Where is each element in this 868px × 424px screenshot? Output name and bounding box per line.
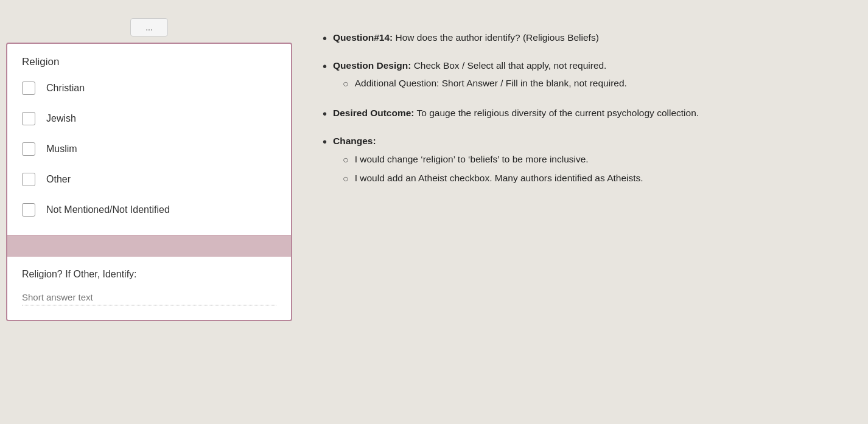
sub-bullet-3-1: ○ xyxy=(343,172,349,186)
sub-list-text-3-1: I would add an Atheist checkbox. Many au… xyxy=(355,171,643,185)
checkbox-item-christian[interactable]: Christian xyxy=(22,82,276,95)
bullet-dot-0: • xyxy=(323,29,327,47)
checkbox-item-not-mentioned[interactable]: Not Mentioned/Not Identified xyxy=(22,203,276,217)
sub-list-text-1-0: Additional Question: Short Answer / Fill… xyxy=(355,76,627,90)
sub-list-1: ○ Additional Question: Short Answer / Fi… xyxy=(333,76,844,91)
bullet-dot-2: • xyxy=(323,105,327,123)
top-button[interactable]: ... xyxy=(130,18,168,36)
list-item-content-3: Changes: ○ I would change ‘religion’ to … xyxy=(333,134,844,189)
checkbox-label-christian: Christian xyxy=(46,83,85,94)
list-item-content-0: Question#14: How does the author identif… xyxy=(333,30,844,44)
sub-list-item-3-1: ○ I would add an Atheist checkbox. Many … xyxy=(343,171,844,186)
section-title: Religion xyxy=(22,56,276,68)
sub-list-item-3-0: ○ I would change ‘religion’ to ‘beliefs’… xyxy=(343,152,844,167)
sub-list-item-1-0: ○ Additional Question: Short Answer / Fi… xyxy=(343,76,844,91)
checkbox-christian[interactable] xyxy=(22,82,35,95)
divider-section xyxy=(7,235,291,257)
list-item-text-2: To gauge the religious diversity of the … xyxy=(415,108,699,118)
bullet-dot-1: • xyxy=(323,57,327,75)
sub-list-3: ○ I would change ‘religion’ to ‘beliefs’… xyxy=(333,152,844,186)
checkbox-muslim[interactable] xyxy=(22,142,35,156)
checkbox-section: Religion Christian Jewish Muslim Other xyxy=(7,44,291,235)
list-item-3: • Changes: ○ I would change ‘religion’ t… xyxy=(323,134,844,189)
checkbox-label-jewish: Jewish xyxy=(46,113,76,124)
list-item-text-0: How does the author identify? (Religious… xyxy=(393,32,599,43)
checkbox-item-other[interactable]: Other xyxy=(22,173,276,186)
left-panel: ... Religion Christian Jewish Muslim xyxy=(6,18,292,321)
checkbox-label-muslim: Muslim xyxy=(46,144,77,155)
checkbox-not-mentioned[interactable] xyxy=(22,203,35,217)
checkbox-jewish[interactable] xyxy=(22,112,35,125)
sub-list-text-3-0: I would change ‘religion’ to ‘beliefs’ t… xyxy=(355,152,589,166)
checkbox-item-jewish[interactable]: Jewish xyxy=(22,112,276,125)
list-item-0: • Question#14: How does the author ident… xyxy=(323,30,844,47)
checkbox-label-other: Other xyxy=(46,174,71,185)
right-panel: • Question#14: How does the author ident… xyxy=(292,18,868,213)
form-card: Religion Christian Jewish Muslim Other xyxy=(6,43,292,321)
list-item-content-2: Desired Outcome: To gauge the religious … xyxy=(333,106,844,120)
list-item-bold-0: Question#14: xyxy=(333,32,393,43)
list-item-bold-1: Question Design: xyxy=(333,60,411,71)
list-item-text-1: Check Box / Select all that apply, not r… xyxy=(411,60,606,71)
list-item-bold-3: Changes: xyxy=(333,136,376,146)
sub-bullet-1-0: ○ xyxy=(343,77,349,91)
top-button-area: ... xyxy=(6,18,292,36)
info-list: • Question#14: How does the author ident… xyxy=(323,30,844,190)
short-answer-input[interactable] xyxy=(22,290,276,305)
list-item-2: • Desired Outcome: To gauge the religiou… xyxy=(323,106,844,123)
list-item-bold-2: Desired Outcome: xyxy=(333,108,415,118)
list-item-1: • Question Design: Check Box / Select al… xyxy=(323,58,844,95)
text-answer-title: Religion? If Other, Identify: xyxy=(22,269,276,280)
list-item-content-1: Question Design: Check Box / Select all … xyxy=(333,58,844,95)
checkbox-item-muslim[interactable]: Muslim xyxy=(22,142,276,156)
sub-bullet-3-0: ○ xyxy=(343,153,349,167)
checkbox-label-not-mentioned: Not Mentioned/Not Identified xyxy=(46,204,170,215)
bullet-dot-3: • xyxy=(323,133,327,151)
checkbox-other[interactable] xyxy=(22,173,35,186)
text-answer-section: Religion? If Other, Identify: xyxy=(7,257,291,320)
page-container: ... Religion Christian Jewish Muslim xyxy=(0,6,868,424)
